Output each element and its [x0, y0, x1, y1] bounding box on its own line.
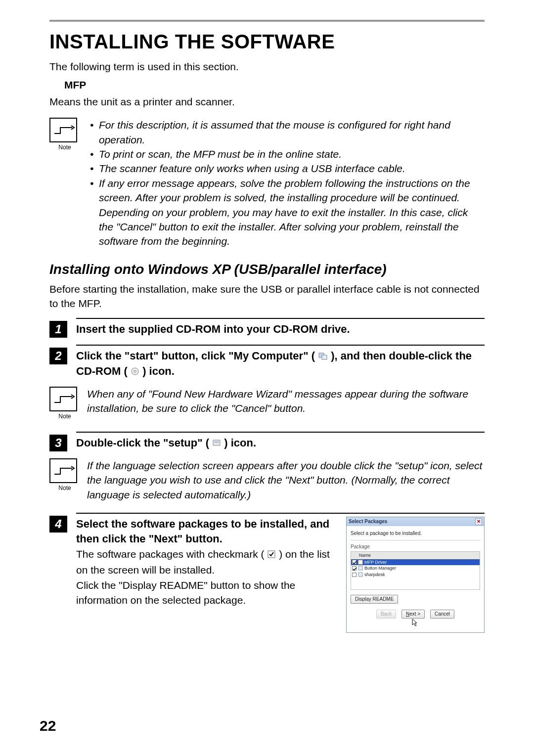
package-row[interactable]: MFP Driver	[351, 559, 480, 566]
select-packages-dialog: Select Packages ✕ Select a package to be…	[346, 517, 485, 633]
top-note-item: To print or scan, the MFP must be in the…	[87, 147, 485, 161]
step-title: Insert the supplied CD-ROM into your CD-…	[76, 322, 485, 337]
package-name: MFP Driver	[364, 559, 387, 566]
dialog-title-bar[interactable]: Select Packages ✕	[347, 517, 484, 526]
svg-point-4	[134, 370, 136, 372]
step-title-part: ) icon.	[142, 365, 175, 377]
svg-rect-2	[322, 355, 327, 359]
top-note-list: For this description, it is assumed that…	[87, 118, 485, 249]
package-name: sharpdesk	[364, 572, 385, 578]
step-1: 1 Insert the supplied CD-ROM into your C…	[49, 318, 485, 338]
note-icon-wrap: Note	[49, 458, 80, 492]
page-number: 22	[40, 715, 56, 736]
next-button-rest: ext >	[409, 611, 420, 617]
note-hand-icon	[49, 387, 77, 411]
step-desc-part: The software packages with checkmark (	[76, 548, 264, 560]
note-label: Note	[49, 412, 80, 421]
dialog-close-button[interactable]: ✕	[475, 518, 482, 525]
svg-rect-11	[358, 566, 362, 570]
package-row[interactable]: sharpdesk	[351, 572, 480, 578]
cancel-button[interactable]: Cancel	[430, 610, 454, 619]
step-title-part: Double-click the "setup" (	[76, 437, 209, 449]
checkbox-checked-icon	[267, 548, 276, 562]
note-label: Note	[49, 484, 80, 492]
top-note-item: For this description, it is assumed that…	[87, 118, 485, 147]
step-title-part: ) icon.	[224, 437, 256, 449]
svg-rect-10	[358, 560, 362, 564]
step-2: 2 Click the "start" button, click "My Co…	[49, 345, 485, 380]
app-icon	[358, 566, 363, 571]
step2-note-text: When any of "Found New Hardware Wizard" …	[87, 387, 485, 416]
step-number: 4	[49, 516, 67, 533]
step-number: 1	[49, 321, 67, 338]
display-readme-button[interactable]: Display README	[351, 595, 398, 604]
checkbox-unchecked-icon[interactable]	[352, 573, 356, 577]
svg-rect-8	[50, 459, 77, 483]
step-4: 4 Select the software packages to be ins…	[49, 513, 485, 633]
dialog-title: Select Packages	[349, 518, 387, 525]
svg-rect-12	[358, 573, 362, 577]
app-icon	[358, 572, 363, 577]
top-note-item: If any error message appears, solve the …	[87, 176, 485, 249]
note-hand-icon	[49, 458, 77, 483]
note-icon-wrap: Note	[49, 118, 80, 152]
package-list: Name MFP Driver Button Manager	[351, 551, 480, 590]
step-title: Double-click the "setup" ( ) icon.	[76, 436, 485, 451]
dialog-subtitle: Select a package to be installed.	[351, 530, 480, 537]
my-computer-icon	[318, 350, 328, 364]
note-label: Note	[49, 143, 80, 152]
cursor-icon	[411, 619, 419, 626]
top-note-block: Note For this description, it is assumed…	[49, 118, 485, 249]
section-heading: Installing onto Windows XP (USB/parallel…	[49, 260, 485, 279]
step-title: Click the "start" button, click "My Comp…	[76, 349, 485, 380]
setup-exe-icon	[212, 437, 221, 451]
svg-rect-0	[50, 118, 77, 142]
step2-note-block: Note When any of "Found New Hardware Wiz…	[49, 387, 485, 421]
step3-note-block: Note If the language selection screen ap…	[49, 458, 485, 502]
section-intro: Before starting the installation, make s…	[49, 282, 485, 311]
package-name: Button Manager	[364, 565, 396, 572]
note-icon-wrap: Note	[49, 387, 80, 421]
package-label: Package	[351, 543, 480, 550]
step3-note-text: If the language selection screen appears…	[87, 458, 485, 502]
top-note-item: The scanner feature only works when usin…	[87, 161, 485, 176]
note-hand-icon	[49, 118, 77, 142]
cdrom-icon	[131, 365, 139, 380]
svg-rect-5	[50, 387, 77, 411]
step-number: 3	[49, 435, 67, 451]
step-title-part: Click the "start" button, click "My Comp…	[76, 350, 315, 362]
checkbox-checked-icon[interactable]	[352, 566, 356, 571]
package-row[interactable]: Button Manager	[351, 565, 480, 572]
checkbox-checked-icon[interactable]	[352, 560, 356, 564]
package-name-header[interactable]: Name	[351, 552, 480, 559]
step-title: Select the software packages to be insta…	[76, 517, 338, 546]
svg-rect-7	[214, 441, 219, 443]
back-button[interactable]: Back	[376, 610, 396, 619]
term-desc: Means the unit as a printer and scanner.	[49, 94, 485, 109]
header-rule	[49, 20, 485, 22]
term-label: MFP	[64, 78, 485, 92]
step-3: 3 Double-click the "setup" ( ) icon.	[49, 432, 485, 451]
page-title: INSTALLING THE SOFTWARE	[49, 28, 485, 55]
driver-icon	[358, 560, 363, 565]
step-number: 2	[49, 348, 67, 364]
divider	[351, 540, 480, 540]
intro-text: The following term is used in this secti…	[49, 59, 485, 74]
next-button[interactable]: Next >	[401, 610, 425, 619]
step-desc: Click the "Display README" button to sho…	[76, 578, 338, 607]
step-desc: The software packages with checkmark ( )…	[76, 547, 338, 577]
